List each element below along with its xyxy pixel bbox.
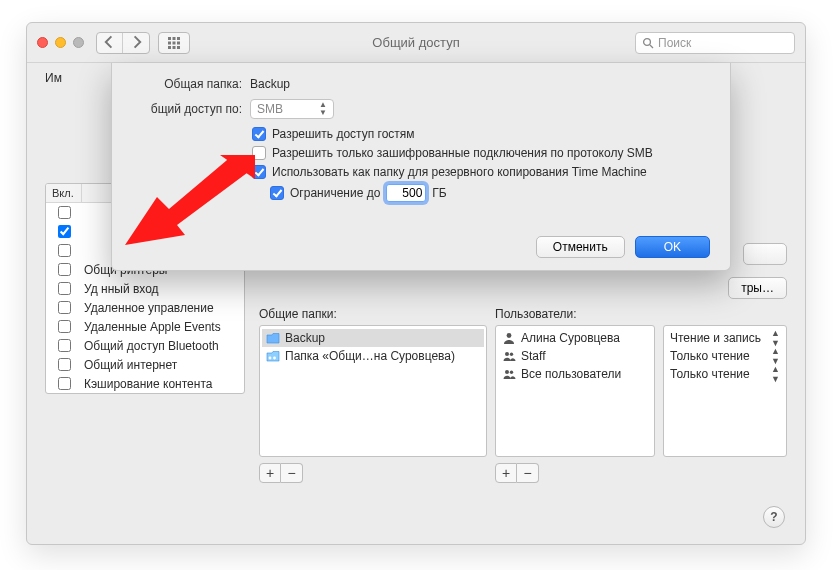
service-label: Кэширование контента	[82, 377, 244, 391]
col-on: Вкл.	[46, 184, 82, 202]
limit-suffix: ГБ	[432, 186, 446, 200]
show-all-button[interactable]	[158, 32, 190, 54]
timemachine-label: Использовать как папку для резервного ко…	[272, 165, 647, 179]
panes: Общие папки: BackupПапка «Общи…на Суровц…	[259, 307, 787, 483]
minimize-window-button[interactable]	[55, 37, 66, 48]
svg-rect-5	[177, 41, 180, 44]
svg-rect-8	[177, 46, 180, 49]
user-name: Все пользователи	[521, 367, 621, 381]
options-button-trunc[interactable]: тры…	[728, 277, 787, 299]
permission-item[interactable]: Чтение и запись▲▼	[666, 329, 784, 347]
svg-point-14	[505, 352, 509, 356]
service-checkbox[interactable]	[58, 263, 71, 276]
service-row[interactable]: Уд нный вход	[46, 279, 244, 298]
service-checkbox[interactable]	[58, 339, 71, 352]
svg-point-13	[507, 333, 512, 338]
permission-label: Чтение и запись	[670, 331, 761, 345]
permission-item[interactable]: Только чтение▲▼	[666, 365, 784, 383]
svg-point-17	[510, 371, 513, 374]
svg-rect-2	[177, 37, 180, 40]
service-checkbox[interactable]	[58, 225, 71, 238]
search-field[interactable]	[635, 32, 795, 54]
folders-label: Общие папки:	[259, 307, 487, 321]
svg-line-10	[650, 45, 653, 48]
chevron-left-icon	[103, 35, 117, 49]
guest-checkbox[interactable]	[252, 127, 266, 141]
sheet-folder-label: Общая папка:	[132, 77, 242, 91]
users-label: Пользователи:	[495, 307, 655, 321]
svg-rect-6	[168, 46, 171, 49]
cancel-button[interactable]: Отменить	[536, 236, 625, 258]
window-controls	[37, 37, 84, 48]
shared-folders-pane: BackupПапка «Общи…на Суровцева)	[259, 325, 487, 457]
svg-rect-3	[168, 41, 171, 44]
sheet-access-label: бщий доступ по:	[132, 102, 242, 116]
grid-icon	[167, 36, 181, 50]
timemachine-checkbox[interactable]	[252, 165, 266, 179]
limit-checkbox[interactable]	[270, 186, 284, 200]
guest-label: Разрешить доступ гостям	[272, 127, 415, 141]
chevron-right-icon	[129, 35, 143, 49]
person-icon	[502, 331, 516, 345]
permission-label: Только чтение	[670, 349, 750, 363]
limit-input[interactable]	[386, 184, 426, 202]
nav-back-forward	[96, 32, 150, 54]
svg-point-15	[510, 353, 513, 356]
chevron-updown-icon: ▲▼	[771, 328, 780, 348]
service-row[interactable]: Общий интернет	[46, 355, 244, 374]
forward-button[interactable]	[123, 33, 149, 53]
service-label: Общий интернет	[82, 358, 244, 372]
user-item[interactable]: Алина Суровцева	[498, 329, 652, 347]
service-row[interactable]: Общий доступ Bluetooth	[46, 336, 244, 355]
svg-point-11	[269, 357, 272, 360]
service-checkbox[interactable]	[58, 282, 71, 295]
edit-button-trunc[interactable]	[743, 243, 787, 265]
service-checkbox[interactable]	[58, 358, 71, 371]
service-label: Удаленное управление	[82, 301, 244, 315]
perms-label	[663, 307, 787, 321]
folder-icon	[266, 331, 280, 345]
users-pane: Алина СуровцеваStaffВсе пользователи	[495, 325, 655, 457]
perms-list[interactable]: Чтение и запись▲▼Только чтение▲▼Только ч…	[664, 326, 786, 456]
opt-guest[interactable]: Разрешить доступ гостям	[252, 127, 710, 141]
service-checkbox[interactable]	[58, 244, 71, 257]
zoom-window-button[interactable]	[73, 37, 84, 48]
help-button[interactable]: ?	[763, 506, 785, 528]
permission-item[interactable]: Только чтение▲▼	[666, 347, 784, 365]
permission-label: Только чтение	[670, 367, 750, 381]
service-row[interactable]: Удаленное управление	[46, 298, 244, 317]
add-user-button[interactable]: +	[495, 463, 517, 483]
service-row[interactable]: Удаленные Apple Events	[46, 317, 244, 336]
folder-name: Backup	[285, 331, 325, 345]
remove-user-button[interactable]: −	[517, 463, 539, 483]
sheet-folder-value: Backup	[250, 77, 290, 91]
user-item[interactable]: Staff	[498, 347, 652, 365]
close-window-button[interactable]	[37, 37, 48, 48]
service-checkbox[interactable]	[58, 320, 71, 333]
back-button[interactable]	[97, 33, 123, 53]
remove-folder-button[interactable]: −	[281, 463, 303, 483]
service-label: Уд нный вход	[82, 282, 244, 296]
svg-rect-0	[168, 37, 171, 40]
folders-list[interactable]: BackupПапка «Общи…на Суровцева)	[260, 326, 486, 456]
svg-rect-4	[173, 41, 176, 44]
encrypted-checkbox[interactable]	[252, 146, 266, 160]
search-input[interactable]	[658, 36, 788, 50]
ok-button[interactable]: OK	[635, 236, 710, 258]
service-checkbox[interactable]	[58, 377, 71, 390]
opt-encrypted[interactable]: Разрешить только зашифрованные подключен…	[252, 146, 710, 160]
opt-timemachine[interactable]: Использовать как папку для резервного ко…	[252, 165, 710, 179]
group-icon	[502, 367, 516, 381]
opt-limit[interactable]: Ограничение до ГБ	[270, 184, 710, 202]
service-checkbox[interactable]	[58, 301, 71, 314]
protocol-select[interactable]: SMB ▲▼	[250, 99, 334, 119]
service-row[interactable]: Кэширование контента	[46, 374, 244, 393]
user-item[interactable]: Все пользователи	[498, 365, 652, 383]
add-folder-button[interactable]: +	[259, 463, 281, 483]
folder-item[interactable]: Папка «Общи…на Суровцева)	[262, 347, 484, 365]
svg-point-9	[644, 38, 651, 45]
users-list[interactable]: Алина СуровцеваStaffВсе пользователи	[496, 326, 654, 456]
folder-shared-icon	[266, 349, 280, 363]
folder-item[interactable]: Backup	[262, 329, 484, 347]
service-checkbox[interactable]	[58, 206, 71, 219]
